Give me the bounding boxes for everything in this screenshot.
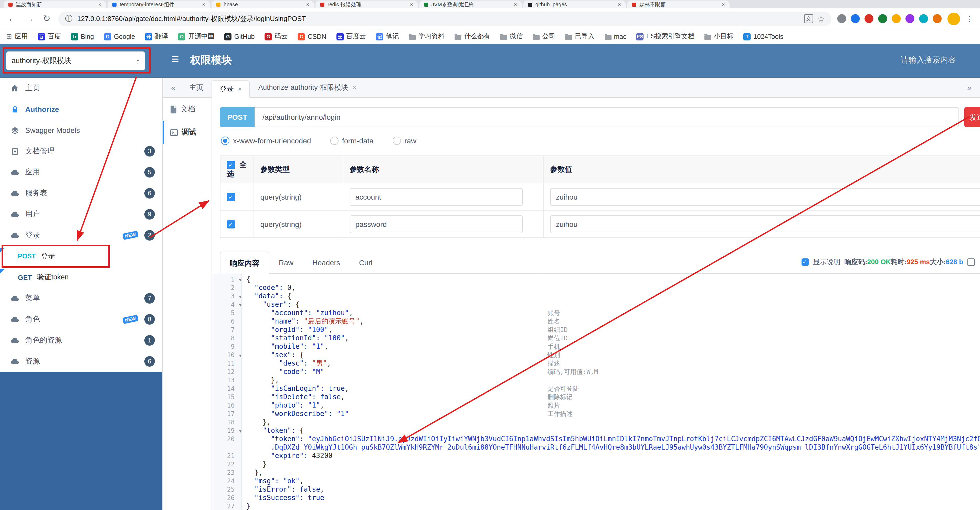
back-icon[interactable]: ← [6, 13, 18, 24]
bookmark-item[interactable]: T1024Tools [743, 33, 783, 40]
extension-icon[interactable] [933, 14, 942, 23]
extension-icon[interactable] [878, 14, 887, 23]
extension-icon[interactable] [905, 14, 915, 23]
reload-icon[interactable]: ↻ [41, 13, 52, 24]
tab-close-icon[interactable]: × [410, 2, 413, 7]
param-value-input[interactable]: zuihou [550, 215, 980, 233]
content-type-option[interactable]: raw [392, 137, 416, 145]
sidebar-item-doc-manage[interactable]: 文档管理3 [0, 141, 162, 162]
fold-toggle[interactable]: 3▾ [213, 292, 242, 300]
bookmark-item[interactable]: bBing [71, 33, 94, 40]
tab-close-icon[interactable]: × [722, 2, 725, 7]
browser-tab[interactable]: JVM参数调优汇总× [419, 0, 522, 8]
param-name-input[interactable]: account [350, 188, 523, 206]
response-tab[interactable]: Raw [269, 252, 303, 274]
bookmark-item[interactable]: 公司 [533, 32, 555, 41]
translate-icon[interactable]: 文 [804, 14, 813, 23]
bookmark-item[interactable]: mac [605, 33, 626, 40]
bookmark-item[interactable]: O开源中国 [178, 32, 215, 41]
fold-toggle[interactable]: 10▾ [213, 351, 242, 359]
bookmark-item[interactable]: 已导入 [565, 32, 595, 41]
radio-icon[interactable] [392, 137, 401, 145]
param-checkbox[interactable]: ✓ [227, 220, 235, 228]
browser-menu-icon[interactable]: ⋮ [966, 14, 974, 23]
browser-tab[interactable]: 温故而知新× [3, 0, 106, 8]
extension-icon[interactable] [864, 14, 873, 23]
bookmark-item[interactable]: G码云 [264, 32, 288, 41]
tab-close-icon[interactable]: × [618, 2, 621, 7]
forward-icon[interactable]: → [24, 13, 35, 24]
sidebar-item-user[interactable]: 用户9 [0, 204, 162, 225]
content-tab[interactable]: 主页 [182, 80, 211, 95]
bookmark-star-icon[interactable]: ☆ [818, 14, 825, 23]
fold-toggle[interactable]: 19▾ [213, 427, 242, 435]
extension-icon[interactable] [851, 14, 860, 23]
browser-avatar[interactable] [947, 12, 960, 25]
show-desc-checkbox[interactable]: ✓ [802, 258, 809, 266]
browser-tab[interactable]: 森林不限额× [627, 0, 730, 8]
response-tab[interactable]: 响应内容 [220, 252, 269, 274]
tab-close-icon[interactable]: × [238, 81, 242, 97]
sidebar-item-role[interactable]: 角色NEW8 [0, 309, 162, 330]
sidebar-item-app[interactable]: 应用5 [0, 162, 162, 183]
bookmark-item[interactable]: 微信 [500, 32, 523, 41]
response-tab[interactable]: Curl [350, 252, 382, 274]
param-value-input[interactable]: zuihou [550, 188, 980, 206]
bookmark-item[interactable]: ⊞应用 [6, 32, 28, 41]
tab-close-icon[interactable]: × [202, 2, 205, 7]
sidebar-item-menu[interactable]: 菜单7 [0, 288, 162, 309]
tab-close-icon[interactable]: × [98, 2, 101, 7]
bookmark-item[interactable]: 百百度 [38, 32, 61, 41]
browser-tab[interactable]: temporary-interest-组件× [107, 0, 210, 8]
bookmark-item[interactable]: ESES搜索引擎文档 [636, 32, 694, 41]
debug-tab[interactable]: 调试 [163, 121, 212, 144]
doc-tab[interactable]: 文档 [163, 98, 212, 121]
collapse-tabs-icon[interactable]: « [168, 83, 179, 92]
browser-tab[interactable]: github_pages× [523, 0, 626, 8]
content-type-option[interactable]: x-www-form-urlencoded [221, 137, 311, 145]
header-search-input[interactable]: 请输入搜索内容 [901, 55, 956, 65]
bookmark-item[interactable]: GGitHub [224, 33, 255, 40]
sidebar-item-token-get[interactable]: GET验证token [0, 267, 162, 288]
extension-icon[interactable] [919, 14, 928, 23]
bookmark-item[interactable]: 记笔记 [376, 32, 399, 41]
send-button[interactable]: 发送 [964, 107, 980, 127]
content-tab[interactable]: 登录× [212, 80, 250, 97]
sidebar-item-service[interactable]: 服务表6 [0, 183, 162, 204]
response-tab[interactable]: Headers [303, 252, 350, 274]
request-url-input[interactable]: POST /api/authority/anno/login [220, 107, 959, 127]
page-info-icon[interactable]: ⓘ [65, 14, 72, 23]
tab-close-icon[interactable]: × [306, 2, 309, 7]
select-all-checkbox[interactable]: ✓ [227, 161, 235, 169]
param-name-input[interactable]: password [350, 215, 523, 233]
bookmark-item[interactable]: 小目标 [705, 32, 733, 41]
bookmark-item[interactable]: GGoogle [104, 33, 135, 40]
bookmark-item[interactable]: 译翻译 [145, 32, 168, 41]
browser-tab[interactable]: redis 报错处理× [315, 0, 418, 8]
sidebar-item-authorize[interactable]: Authorize [0, 99, 162, 120]
tab-close-icon[interactable]: × [514, 2, 517, 7]
sidebar-item-resource[interactable]: 资源6 [0, 351, 162, 372]
sidebar-item-role-resource[interactable]: 角色的资源1 [0, 330, 162, 351]
bookmark-item[interactable]: CCSDN [298, 33, 326, 40]
sidebar-item-login[interactable]: 登录NEW2 [0, 225, 162, 246]
url-box[interactable]: ⓘ 127.0.0.1:8760/api/gate/doc.html#/auth… [58, 11, 832, 26]
fullscreen-icon[interactable] [967, 258, 975, 266]
expand-tabs-icon[interactable]: » [964, 83, 975, 92]
bookmark-item[interactable]: 云百度云 [336, 32, 366, 41]
fold-toggle[interactable]: 4▾ [213, 300, 242, 309]
content-tab[interactable]: Authorize-authority-权限模块× [251, 80, 364, 95]
sidebar-item-home[interactable]: 主页 [0, 78, 162, 99]
browser-tab[interactable]: hbase× [211, 0, 314, 8]
fold-toggle[interactable]: 1▾ [213, 275, 242, 284]
param-checkbox[interactable]: ✓ [227, 193, 235, 201]
bookmark-item[interactable]: 什么都有 [455, 32, 490, 41]
sidebar-item-swagger-models[interactable]: Swagger Models [0, 120, 162, 141]
menu-toggle-icon[interactable]: ≡ [171, 51, 179, 67]
extension-icon[interactable] [892, 14, 901, 23]
radio-icon[interactable] [221, 137, 229, 145]
extension-icon[interactable] [837, 14, 846, 23]
radio-icon[interactable] [330, 137, 338, 145]
content-type-option[interactable]: form-data [330, 137, 374, 145]
tab-close-icon[interactable]: × [353, 80, 357, 95]
